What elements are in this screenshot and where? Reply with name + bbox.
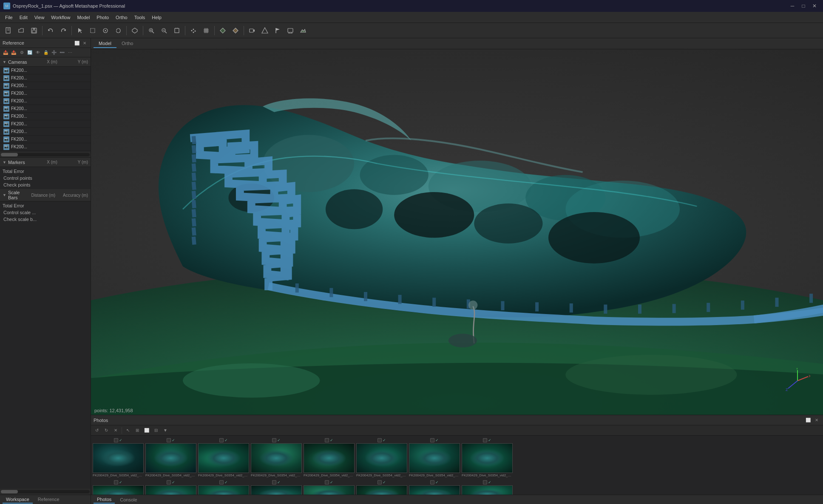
photos-delete-button[interactable]: ✕ (111, 426, 120, 435)
camera-item[interactable]: 📷 FK200... (0, 67, 91, 74)
photos-close-button[interactable]: ✕ (813, 416, 820, 424)
camera-view-button[interactable] (246, 25, 258, 37)
photo-item[interactable]: ✓ (93, 479, 144, 495)
menu-tools[interactable]: Tools (131, 14, 149, 21)
markers-section-header[interactable]: ▼ Markers X (m) Y (m) (0, 158, 91, 167)
photos-merge-button[interactable]: ⊞ (133, 426, 142, 435)
photo-checkbox[interactable] (483, 480, 487, 484)
h-scrollbar-thumb[interactable] (1, 490, 18, 493)
photo-item[interactable]: ✓ (198, 479, 249, 495)
reference-tab[interactable]: Reference (34, 496, 63, 504)
ref-add-button[interactable]: ➕ (50, 49, 58, 57)
reference-close-button[interactable]: ✕ (81, 40, 88, 46)
photo-item[interactable]: ✓ FK200429_Dive_S0354_vid2_0845 (145, 437, 196, 478)
photo-checkbox[interactable] (325, 438, 329, 442)
render-button[interactable] (284, 25, 296, 37)
photo-item[interactable]: ✓ FK200429_Dive_S0354_vid2_0849 (356, 437, 407, 478)
photo-item[interactable]: ✓ FK200429_Dive_S0354_vid2_0848 (304, 437, 355, 478)
menu-model[interactable]: Model (74, 14, 93, 21)
scalebars-section-header[interactable]: ▼ Scale Bars Distance (m) Accuracy (m) (0, 189, 91, 201)
camera-item[interactable]: 📷 FK200... (0, 113, 91, 120)
camera-item[interactable]: 📷 FK200... (0, 128, 91, 136)
reference-float-button[interactable]: ⬜ (74, 40, 80, 46)
camera-item[interactable]: 📷 FK200... (0, 105, 91, 113)
photos-float-button[interactable]: ⬜ (804, 416, 812, 424)
marker-button[interactable] (259, 25, 271, 37)
rect-select-button[interactable] (87, 25, 99, 37)
close-button[interactable]: ✕ (809, 1, 820, 11)
grid-button[interactable] (200, 25, 212, 37)
ref-eye-button[interactable]: 👁 (34, 49, 42, 57)
photo-item[interactable]: ✓ (462, 479, 513, 495)
viewport[interactable]: Perspective 30° (91, 49, 823, 415)
camera-item[interactable]: 📷 FK200... (0, 143, 91, 151)
photo-checkbox[interactable] (272, 438, 276, 442)
photo-item[interactable]: ✓ FK200429_Dive_S0354_vid2_0847 (251, 437, 302, 478)
camera-item[interactable]: 📷 FK200... (0, 120, 91, 128)
photo-item[interactable]: ✓ (356, 479, 407, 495)
photo-checkbox[interactable] (430, 438, 434, 442)
photo-checkbox[interactable] (114, 480, 118, 484)
photo-checkbox[interactable] (430, 480, 434, 484)
ref-more-button[interactable]: ⋯ (66, 49, 74, 57)
redo-button[interactable] (57, 25, 69, 37)
camera-item[interactable]: 📷 FK200... (0, 74, 91, 82)
circle-select-button[interactable] (99, 25, 111, 37)
fit-button[interactable] (171, 25, 183, 37)
photo-checkbox[interactable] (483, 438, 487, 442)
ref-settings-button[interactable]: ⚙ (18, 49, 26, 57)
control-scale-item[interactable]: Control scale ... (0, 209, 91, 216)
workspace-tab[interactable]: Workspace (3, 496, 33, 504)
dem-button[interactable] (297, 25, 309, 37)
ref-import-button[interactable]: 📥 (2, 49, 9, 57)
menu-help[interactable]: Help (148, 14, 165, 21)
photo-checkbox[interactable] (167, 438, 171, 442)
zoom-out-button[interactable] (158, 25, 170, 37)
photo-checkbox[interactable] (114, 438, 118, 442)
check-points-item[interactable]: Check points (0, 181, 91, 188)
flag-button[interactable] (272, 25, 284, 37)
maximize-button[interactable]: □ (798, 1, 809, 11)
photos-rotate-cw-button[interactable]: ↻ (102, 426, 111, 435)
menu-view[interactable]: View (31, 14, 48, 21)
smart-select-button[interactable] (129, 25, 141, 37)
ref-lock-button[interactable]: 🔒 (42, 49, 50, 57)
camera-list-scrollbar[interactable] (0, 152, 91, 158)
camera-item[interactable]: 📷 FK200... (0, 90, 91, 97)
menu-photo[interactable]: Photo (93, 14, 112, 21)
photo-checkbox[interactable] (377, 480, 382, 484)
lasso-button[interactable] (112, 25, 124, 37)
minimize-button[interactable]: ─ (787, 1, 797, 11)
photos-grid-toggle-button[interactable]: ⊟ (152, 426, 160, 435)
menu-edit[interactable]: Edit (16, 14, 31, 21)
open-button[interactable] (15, 25, 27, 37)
photo-checkbox[interactable] (377, 438, 382, 442)
photo-item[interactable]: ✓ (409, 479, 460, 495)
menu-file[interactable]: File (2, 14, 16, 21)
camera-item[interactable]: 📷 FK200... (0, 136, 91, 143)
check-scale-item[interactable]: Check scale b... (0, 216, 91, 223)
menu-ortho[interactable]: Ortho (112, 14, 131, 21)
photo-item[interactable]: ✓ (145, 479, 196, 495)
photo-item[interactable]: ✓ (304, 479, 355, 495)
new-button[interactable] (3, 25, 14, 37)
photos-rotate-ccw-button[interactable]: ↺ (93, 426, 101, 435)
photos-frame-button[interactable]: ⬜ (142, 426, 151, 435)
photo-checkbox[interactable] (219, 438, 224, 442)
photo-checkbox[interactable] (167, 480, 171, 484)
cameras-section-header[interactable]: ▼ Cameras X (m) Y (m) (0, 57, 91, 67)
photo-item[interactable]: ✓ FK200429_Dive_S0354_vid2_0846 (198, 437, 249, 478)
select-button[interactable] (74, 25, 86, 37)
model-tab[interactable]: Model (94, 40, 116, 48)
save-button[interactable] (28, 25, 40, 37)
photos-tab[interactable]: Photos (94, 496, 115, 504)
photo-checkbox[interactable] (272, 480, 276, 484)
scrollbar-thumb[interactable] (1, 153, 18, 156)
h-scrollbar[interactable] (0, 489, 91, 495)
photo-item[interactable]: ✓ FK200429_Dive_S0354_vid2_0850 (409, 437, 460, 478)
photo-item[interactable]: ✓ FK200429_Dive_S0354_vid2_0851 (462, 437, 513, 478)
camera-item[interactable]: 📷 FK200... (0, 82, 91, 90)
ortho-tab[interactable]: Ortho (116, 40, 139, 48)
photos-move-button[interactable]: ↖ (124, 426, 132, 435)
zoom-in-button[interactable] (145, 25, 157, 37)
